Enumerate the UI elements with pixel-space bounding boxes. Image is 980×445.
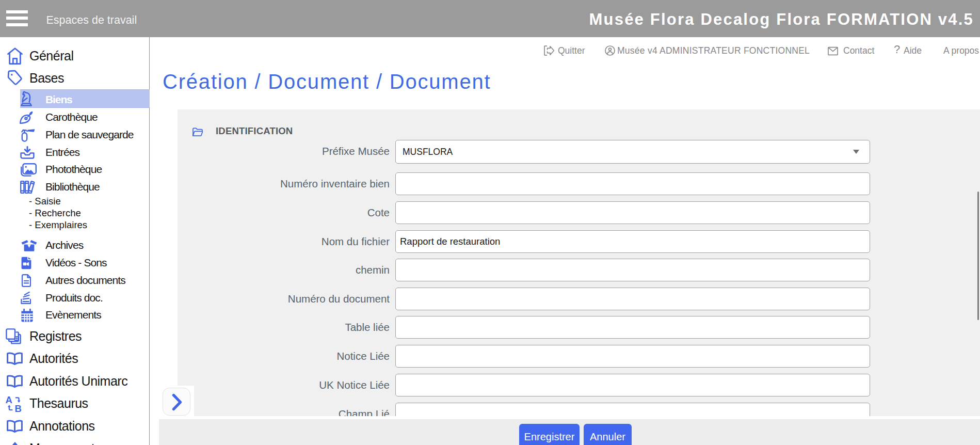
svg-text:A: A xyxy=(6,395,12,405)
svg-text:B: B xyxy=(15,403,22,412)
